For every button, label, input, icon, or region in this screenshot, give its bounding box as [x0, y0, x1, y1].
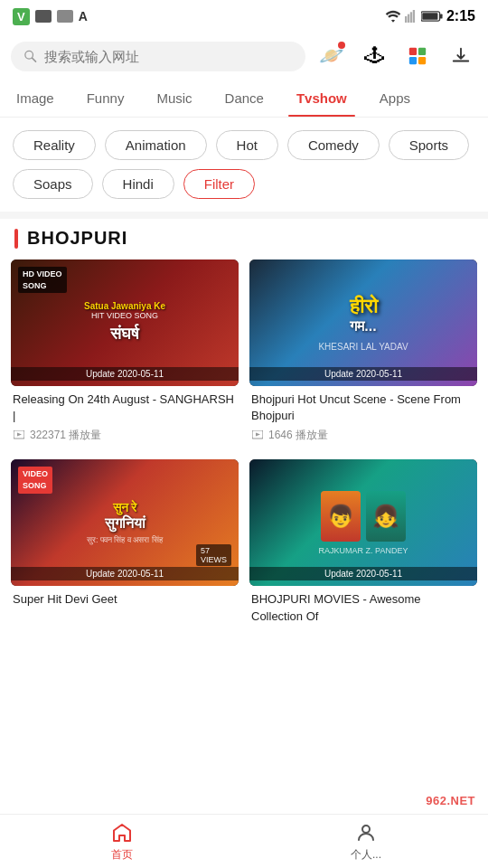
- video-card-3[interactable]: सुन रे सुगनियां सुर: पवन सिंह व असरा सिं…: [11, 459, 239, 629]
- section-title-text: BHOJPURI: [27, 228, 127, 249]
- thumb-person-left: 👦: [321, 491, 361, 542]
- thumb-tag-1: HIT VIDEO SONG: [91, 311, 158, 320]
- tab-tvshow[interactable]: Tvshow: [280, 80, 363, 117]
- thumb-update-1: Update 2020-05-11: [11, 367, 239, 381]
- thumb-subtitle-1: Satua Jawaniya Ke: [84, 301, 165, 311]
- thumb-subtitle-3: सुर: पवन सिंह व असरा सिंह: [87, 535, 163, 545]
- video-meta-1: 322371 播放量: [13, 428, 237, 443]
- thumb-actor-2: KHESARI LAL YADAV: [318, 342, 408, 352]
- svg-rect-12: [418, 57, 426, 64]
- thumb-badge-1: HD VIDEOSONG: [18, 267, 67, 293]
- tag-animation[interactable]: Animation: [105, 130, 207, 160]
- tag-soaps[interactable]: Soaps: [13, 169, 93, 199]
- search-input-wrap[interactable]: [11, 42, 305, 71]
- app-logo: V: [13, 8, 30, 25]
- svg-rect-11: [409, 57, 417, 64]
- joystick-button[interactable]: 🕹: [358, 40, 390, 72]
- video-card-1[interactable]: Satua Jawaniya Ke HIT VIDEO SONG संघर्ष …: [11, 259, 239, 448]
- thumb-devanagari-1: संघर्ष: [110, 324, 139, 344]
- thumb-badge-3: VIDEOSONG: [18, 467, 52, 493]
- section-title: BHOJPURI: [0, 219, 488, 259]
- svg-point-15: [362, 826, 370, 833]
- section-title-bar: [14, 229, 18, 249]
- search-icon: [23, 49, 37, 63]
- tab-dance[interactable]: Dance: [209, 80, 280, 117]
- battery-icon: [421, 10, 443, 23]
- thumb-hindi-2: हीरो: [350, 295, 378, 318]
- video-thumb-1: Satua Jawaniya Ke HIT VIDEO SONG संघर्ष …: [11, 259, 239, 386]
- tab-apps[interactable]: Apps: [363, 80, 427, 117]
- nav-tabs: Image Funny Music Dance Tvshow Apps: [0, 80, 488, 118]
- search-input[interactable]: [44, 49, 293, 64]
- status-left: V A: [13, 8, 88, 25]
- video-info-1: Releasing On 24th August - SANGHARSH | 3…: [11, 386, 239, 448]
- play-icon-2: [251, 429, 264, 442]
- bottom-nav: 首页 个人...: [0, 814, 488, 868]
- svg-rect-10: [418, 48, 426, 55]
- tab-funny[interactable]: Funny: [70, 80, 141, 117]
- thumb-update-4: Update 2020-05-11: [249, 567, 477, 580]
- video-meta-2: 1646 播放量: [251, 428, 475, 443]
- video-title-2: Bhojpuri Hot Uncut Scene - Scene From Bh…: [251, 392, 475, 424]
- tag-sports[interactable]: Sports: [389, 130, 469, 160]
- status-bar: V A 2:15: [0, 0, 488, 33]
- nav-home-label: 首页: [111, 847, 133, 863]
- svg-rect-0: [405, 16, 407, 23]
- svg-rect-1: [408, 14, 409, 23]
- tag-filter[interactable]: Filter: [183, 169, 255, 199]
- video-thumb-2: हीरो गम... KHESARI LAL YADAV Update 2020…: [249, 259, 477, 386]
- status-icons-right: 2:15: [385, 8, 475, 24]
- thumb-title-3a: सुन रे: [113, 500, 137, 515]
- svg-rect-6: [422, 13, 437, 20]
- thumb-person-right: 👧: [366, 491, 406, 542]
- video-title-4: BHOJPURI MOVIES - Awesome Collection Of: [251, 591, 475, 624]
- video-info-4: BHOJPURI MOVIES - Awesome Collection Of: [249, 586, 477, 629]
- video-title-3: Super Hit Devi Geet: [13, 591, 237, 608]
- tag-hot[interactable]: Hot: [216, 130, 278, 160]
- play-icon-1: [13, 429, 25, 442]
- svg-line-8: [33, 58, 36, 61]
- video-thumb-4: 👦 👧 RAJKUMAR Z. PANDEY Update 2020-05-11: [249, 459, 477, 586]
- window-icon-2: [57, 10, 73, 23]
- nav-home[interactable]: 首页: [0, 815, 244, 868]
- tag-reality[interactable]: Reality: [13, 130, 96, 160]
- thumb-views-badge-3: 57VIEWS: [196, 544, 231, 566]
- video-views-2: 1646 播放量: [268, 428, 328, 443]
- grid-button[interactable]: [401, 40, 434, 72]
- video-info-2: Bhojpuri Hot Uncut Scene - Scene From Bh…: [249, 386, 477, 448]
- filter-tags: Reality Animation Hot Comedy Sports Soap…: [0, 118, 488, 206]
- window-icon-1: [35, 10, 52, 23]
- thumb-update-3: Update 2020-05-11: [11, 567, 239, 580]
- nav-profile[interactable]: 个人...: [244, 815, 488, 868]
- video-title-1: Releasing On 24th August - SANGHARSH |: [13, 392, 237, 424]
- planet-button[interactable]: 🪐: [314, 40, 347, 72]
- home-icon: [110, 821, 134, 844]
- tag-comedy[interactable]: Comedy: [287, 130, 380, 160]
- thumb-title-3b: सुगनियां: [105, 515, 145, 532]
- nav-profile-label: 个人...: [351, 847, 381, 863]
- search-bar: 🪐 🕹: [0, 33, 488, 80]
- thumb-director-4: RAJKUMAR Z. PANDEY: [319, 546, 408, 555]
- thumb-gam-2: गम...: [350, 318, 376, 335]
- svg-rect-2: [410, 12, 412, 23]
- video-views-1: 322371 播放量: [30, 428, 101, 443]
- wifi-icon: [385, 10, 401, 23]
- tab-image[interactable]: Image: [0, 80, 70, 117]
- svg-rect-5: [440, 14, 443, 18]
- video-card-4[interactable]: 👦 👧 RAJKUMAR Z. PANDEY Update 2020-05-11…: [249, 459, 477, 629]
- signal-icon: [405, 10, 418, 23]
- tag-hindi[interactable]: Hindi: [102, 169, 174, 199]
- video-info-3: Super Hit Devi Geet: [11, 586, 239, 613]
- video-grid: Satua Jawaniya Ke HIT VIDEO SONG संघर्ष …: [0, 259, 488, 641]
- toolbar-icons: 🪐 🕹: [314, 40, 477, 72]
- download-button[interactable]: [445, 40, 477, 72]
- bottom-spacer: [0, 641, 488, 695]
- thumb-update-2: Update 2020-05-11: [249, 367, 477, 381]
- video-card-2[interactable]: हीरो गम... KHESARI LAL YADAV Update 2020…: [249, 259, 477, 448]
- svg-rect-9: [409, 48, 417, 55]
- svg-rect-3: [413, 10, 415, 23]
- section-divider: [0, 212, 488, 219]
- video-thumb-3: सुन रे सुगनियां सुर: पवन सिंह व असरा सिं…: [11, 459, 239, 586]
- tab-music[interactable]: Music: [140, 80, 208, 117]
- time-display: 2:15: [446, 8, 475, 24]
